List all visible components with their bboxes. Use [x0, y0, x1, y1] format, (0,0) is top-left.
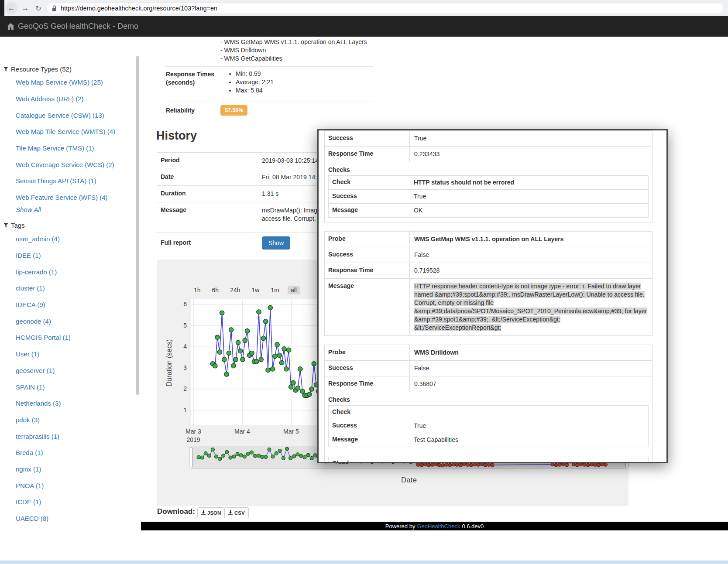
report-row: Check — [329, 457, 648, 463]
response-times-label: Response Times (seconds) — [166, 70, 220, 87]
history-title: History — [156, 129, 197, 143]
history-label: Period — [157, 153, 262, 169]
sidebar-item-tag[interactable]: nginx (1) — [16, 461, 71, 478]
show-report-button[interactable]: Show — [262, 236, 290, 250]
history-message-line: access file. Corrupt, e — [262, 215, 321, 223]
report-row: SuccessFalse — [325, 360, 652, 376]
x-tick-label: Mar 4 — [225, 427, 260, 436]
sidebar-item-tag[interactable]: PNOA (1) — [16, 477, 71, 494]
forward-button[interactable]: → — [19, 2, 31, 14]
reload-button[interactable]: ↻ — [32, 2, 45, 14]
divider — [165, 102, 374, 102]
checks-table: CheckHTTP status should not be erroredSu… — [328, 175, 649, 218]
sidebar-item-resource-type[interactable]: Web Map Service (WMS) (25) — [16, 74, 115, 91]
download-json-button[interactable]: JSON — [197, 507, 225, 518]
download-json-label: JSON — [207, 510, 221, 516]
report-row-value: False — [410, 361, 652, 376]
report-row: MessageTest Capabilities — [329, 433, 648, 447]
sidebar-item-tag[interactable]: geonode (4) — [16, 313, 71, 329]
sidebar-item-resource-type[interactable]: Web Map Tile Service (WMTS) (4) — [16, 123, 115, 140]
report-row: Check — [329, 406, 648, 419]
sidebar-item-tag[interactable]: IDEE (1) — [16, 247, 71, 264]
history-value: 2019-03-03 10:25:14Z — [262, 153, 323, 169]
tags-title: Tags — [11, 222, 25, 229]
screen: ← → ↻ https://demo.geohealthcheck.org/re… — [0, 0, 728, 564]
resource-types-header: Resource Types (52) — [3, 65, 72, 73]
sidebar-item-tag[interactable]: Netherlands (3) — [16, 395, 71, 412]
report-row-label: Success — [325, 247, 410, 263]
sidebar-item-tag[interactable]: pdok (3) — [16, 412, 71, 428]
sidebar-item-resource-type[interactable]: Web Feature Service (WFS) (4) — [16, 189, 115, 206]
sidebar-scrollbar[interactable] — [136, 56, 139, 395]
sidebar-item-tag[interactable]: UAECD (8) — [16, 510, 71, 527]
sidebar-item-tag[interactable]: SPAIN (1) — [16, 379, 71, 395]
response-time-value: Average: 2.21 — [236, 78, 274, 86]
sidebar-item-tag[interactable]: HCMGIS Portal (1) — [16, 329, 71, 346]
report-row-label: Success — [325, 361, 410, 376]
report-row: SuccessTrue — [329, 189, 648, 203]
y-axis-label: Duration (secs) — [165, 335, 173, 391]
back-button[interactable]: ← — [5, 2, 17, 14]
tags-header: Tags — [3, 222, 25, 229]
x-tick: Mar 5 — [274, 427, 309, 436]
sidebar-item-resource-type[interactable]: SensorThings API (STA) (1) — [16, 173, 115, 189]
tags-list: user_admin (4)IDEE (1)fip-cerrado (1)clu… — [16, 231, 71, 526]
sidebar-item-tag[interactable]: Breda (1) — [16, 444, 71, 461]
report-row: SuccessTrue — [325, 131, 652, 146]
probe-line: - WMS GetCapabilities — [220, 55, 367, 63]
sidebar-item-resource-type[interactable]: Tile Map Service (TMS) (1) — [16, 140, 115, 157]
sidebar-item-tag[interactable]: fip-cerrado (1) — [16, 263, 71, 280]
report-row-label: Message — [325, 279, 410, 335]
resource-types-list: Web Map Service (WMS) (25)Web Address (U… — [16, 74, 115, 206]
brand-text: GeoQoS GeoHealthCheck - Demo — [18, 22, 138, 31]
url-bar[interactable]: https://demo.geohealthcheck.org/resource… — [46, 2, 724, 14]
range-button-6h[interactable]: 6h — [209, 286, 222, 294]
range-button-1h[interactable]: 1h — [191, 286, 204, 294]
x-tick: Mar 4 — [225, 427, 260, 436]
x-tick-label: Mar 3 — [176, 427, 211, 436]
report-row-value: 0.36807 — [410, 376, 652, 392]
navbar-brand[interactable]: GeoQoS GeoHealthCheck - Demo — [7, 16, 138, 37]
sidebar-item-resource-type[interactable]: Web Address (URL) (2) — [16, 91, 115, 107]
sidebar-item-resource-type[interactable]: Catalogue Service (CSW) (13) — [16, 107, 115, 123]
navigator-handle-left[interactable] — [189, 448, 192, 467]
checks-spacer — [325, 451, 652, 457]
report-row-label: Message — [329, 204, 410, 217]
divider — [165, 66, 374, 67]
report-row-value: False — [410, 247, 652, 263]
history-message-value: msDrawMap(): Imageaccess file. Corrupt, … — [262, 202, 321, 232]
report-row: ProbeWMS GetMap WMS v1.1.1. operation on… — [325, 232, 652, 247]
sidebar-item-tag[interactable]: User (1) — [16, 346, 71, 362]
report-row-label: Check — [329, 457, 410, 463]
sidebar-item-tag[interactable]: terrabrasilis (1) — [16, 428, 71, 444]
sidebar-item-tag[interactable]: ICDE (1) — [16, 494, 71, 510]
range-button-1w[interactable]: 1w — [249, 286, 263, 294]
report-row: MessageHTTP response header content-type… — [325, 278, 652, 335]
y-tick: 6 — [161, 301, 187, 308]
sidebar-item-tag[interactable]: cluster (1) — [16, 280, 71, 297]
footer-text: Powered by — [385, 523, 416, 530]
home-icon — [7, 23, 14, 30]
probes-list: - WMS GetMap WMS v1.1.1. operation on AL… — [220, 38, 367, 63]
report-section: ProbeWMS GetMap WMS v1.1.1. operation on… — [324, 231, 652, 336]
checks-title: Checks — [325, 392, 652, 405]
sidebar-item-tag[interactable]: IDECA (9) — [16, 297, 71, 313]
download-icon — [201, 510, 206, 515]
sidebar-item-resource-type[interactable]: Web Coverage Service (WCS) (2) — [16, 156, 115, 173]
chart-range-buttons: 1h6h24h1w1mall — [191, 286, 300, 294]
range-button-24h[interactable]: 24h — [227, 286, 243, 294]
sidebar-item-tag[interactable]: geoserver (1) — [16, 362, 71, 379]
report-row-label: Response Time — [325, 147, 410, 162]
report-row: ProbeWMS Drilldown — [325, 345, 652, 360]
response-times-values: Min: 0.59Average: 2.21Max: 5.84 — [229, 70, 274, 95]
range-button-1m[interactable]: 1m — [268, 286, 282, 294]
download-csv-button[interactable]: CSV — [224, 507, 249, 518]
report-row-value: HTTP response header content-type is not… — [410, 279, 652, 335]
footer-geohealthcheck-link[interactable]: GeoHealthCheck — [417, 523, 460, 530]
report-row-label: Check — [329, 406, 410, 419]
sidebar-item-show-all[interactable]: Show All — [16, 206, 41, 213]
top-navbar: GeoQoS GeoHealthCheck - Demo — [0, 16, 728, 37]
range-button-all[interactable]: all — [288, 286, 300, 294]
sidebar-item-tag[interactable]: user_admin (4) — [16, 231, 71, 247]
history-value: Fri, 08 Mar 2019 14:55 — [262, 169, 324, 185]
